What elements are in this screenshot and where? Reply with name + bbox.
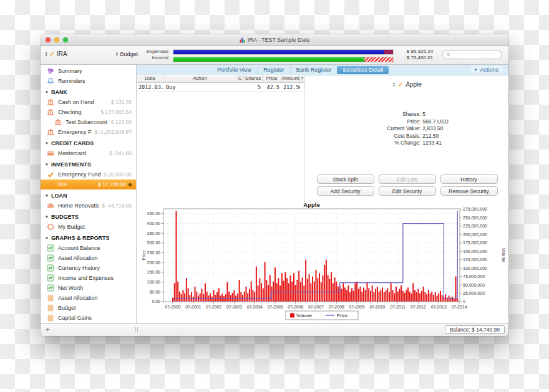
card-icon bbox=[47, 150, 55, 157]
sidebar-item-summary[interactable]: Summary bbox=[41, 66, 136, 76]
svg-text:300.00: 300.00 bbox=[147, 241, 161, 245]
sidebar-section-credit-cards[interactable]: ▼CREDIT CARDS bbox=[41, 138, 136, 148]
stock-split-button[interactable]: Stock Split bbox=[317, 174, 374, 184]
sidebar-item-currency-history[interactable]: Currency History bbox=[41, 263, 136, 273]
sidebar-item-label: Net Worth bbox=[58, 285, 132, 291]
disclosure-triangle-icon: ▼ bbox=[45, 194, 49, 198]
svg-text:250.00: 250.00 bbox=[147, 251, 161, 255]
column-options[interactable]: ▲▼ bbox=[300, 75, 304, 82]
edit-security-button[interactable]: Edit Security bbox=[379, 186, 436, 196]
field-value-cost-basis: 212.50 bbox=[422, 133, 449, 139]
tab-register[interactable]: Register bbox=[257, 66, 290, 74]
svg-text:07-2002: 07-2002 bbox=[206, 305, 221, 309]
tab-securities-detail[interactable]: Securities Detail bbox=[337, 66, 389, 74]
sidebar-item-label: Emergency Fund Roll... bbox=[58, 171, 101, 178]
field-value-current-value: 2,833.50 bbox=[422, 125, 449, 131]
sidebar-item-label: Asset Allocation bbox=[58, 295, 132, 301]
sidebar-item-capital-gains[interactable]: Capital Gains bbox=[41, 313, 136, 323]
close-window-button[interactable] bbox=[46, 37, 51, 42]
window-titlebar[interactable]: IRA - TEST Sample Data bbox=[41, 34, 508, 46]
income-bar-remaining-hatch bbox=[364, 57, 393, 62]
report-icon bbox=[47, 304, 55, 312]
add-account-button[interactable]: + bbox=[46, 325, 50, 334]
sidebar-item-budget[interactable]: Budget bbox=[41, 303, 136, 313]
tab-portfolio-view[interactable]: Portfolio View bbox=[211, 66, 257, 74]
remove-security-button[interactable]: Remove Security bbox=[440, 186, 498, 196]
sidebar-item-income-and-expenses[interactable]: Income and Expenses bbox=[41, 273, 136, 283]
history-button[interactable]: History bbox=[440, 174, 498, 184]
zoom-window-button[interactable] bbox=[63, 37, 68, 42]
sidebar-section-investments[interactable]: ▼INVESTMENTS bbox=[41, 160, 136, 170]
budget-selector[interactable]: ▲▼ Budget bbox=[115, 51, 138, 57]
minimize-window-button[interactable] bbox=[54, 37, 59, 42]
sidebar-splitter-handle[interactable] bbox=[135, 327, 138, 332]
sidebar-item-ira[interactable]: IRA$ 17,700.04 bbox=[41, 179, 136, 189]
sidebar-item-label: Account Balance bbox=[58, 245, 132, 251]
field-label: Cost Basis: bbox=[366, 133, 420, 139]
pie-icon bbox=[47, 223, 55, 231]
sidebar-section-graphs-reports[interactable]: ▼GRAPHS & REPORTS bbox=[41, 233, 136, 243]
sidebar-section-label: GRAPHS & REPORTS bbox=[51, 235, 110, 241]
search-field[interactable] bbox=[442, 50, 502, 59]
account-selector[interactable]: ▲▼ ✓ IRA bbox=[45, 50, 67, 57]
register-row[interactable]: 2012.03.31Buy542.5212.50 bbox=[137, 83, 304, 92]
budget-meter-group: ▲▼ Budget Expenses: Income: bbox=[115, 49, 433, 62]
column-header-c[interactable]: C bbox=[236, 75, 244, 82]
svg-text:07-2004: 07-2004 bbox=[247, 305, 263, 309]
sidebar-item-reminders[interactable]: Reminders bbox=[41, 76, 136, 86]
sidebar-item-label: Reminders bbox=[58, 78, 132, 84]
svg-text:07-2001: 07-2001 bbox=[185, 305, 201, 309]
svg-text:100.00: 100.00 bbox=[147, 280, 161, 284]
sidebar-item-emergency-fund[interactable]: Emergency Fund, ...$ -1,202,049.97 bbox=[41, 127, 136, 137]
edit-lots-button: Edit Lots bbox=[379, 174, 436, 184]
account-balance: $ 17,700.04 bbox=[98, 181, 126, 188]
sidebar-section-budgets[interactable]: ▼BUDGETS bbox=[41, 212, 136, 222]
column-header-price[interactable]: Price bbox=[263, 75, 281, 82]
sidebar-item-label: Currency History bbox=[58, 265, 132, 271]
svg-text:Price: Price bbox=[142, 250, 146, 260]
sidebar-section-label: CREDIT CARDS bbox=[51, 140, 94, 146]
add-security-button[interactable]: Add Security bbox=[317, 186, 374, 196]
sidebar-item-net-worth[interactable]: Net Worth bbox=[41, 283, 136, 293]
sidebar-item-home-renovation-loan[interactable]: Home Renovation Loan$ -44,714.05 bbox=[41, 201, 136, 211]
account-balance: $ -1,202,049.97 bbox=[94, 129, 132, 135]
sidebar-section-bank[interactable]: ▼BANK bbox=[41, 87, 136, 97]
security-selector[interactable]: ▲▼ ✓ Apple bbox=[306, 81, 508, 88]
main-panel: Portfolio ViewRegisterBank RegisterSecur… bbox=[137, 65, 508, 323]
sidebar-item-emergency-fund-roll[interactable]: Emergency Fund Roll...$ 20,000.00 bbox=[41, 170, 136, 179]
stepper-arrows-icon: ▲▼ bbox=[45, 52, 48, 56]
tab-bank-register[interactable]: Bank Register bbox=[290, 66, 338, 74]
sidebar-section-label: BUDGETS bbox=[51, 214, 79, 220]
expenses-label: Expenses: bbox=[141, 49, 170, 54]
price-volume-chart: 0.0050.00100.00150.00200.00250.00300.003… bbox=[137, 202, 508, 325]
income-value: $ 75,400.01 bbox=[397, 55, 433, 60]
svg-text:0.00: 0.00 bbox=[152, 299, 160, 304]
column-sort-icon[interactable]: ▲▼ bbox=[301, 77, 304, 80]
check-icon bbox=[47, 181, 55, 188]
chart-pane: 0.0050.00100.00150.00200.00250.00300.003… bbox=[137, 202, 508, 323]
search-input[interactable] bbox=[452, 51, 498, 59]
column-header-amount[interactable]: Amount bbox=[281, 75, 300, 82]
sidebar-item-label: Home Renovation Loan bbox=[58, 203, 99, 209]
sidebar-item-test-subaccount[interactable]: Test Subaccount€ 123.00 bbox=[41, 117, 136, 127]
app-icon bbox=[240, 37, 245, 43]
svg-text:50.00: 50.00 bbox=[149, 290, 160, 294]
sidebar-item-my-budget[interactable]: My Budget bbox=[41, 222, 136, 232]
disclosure-triangle-icon: ▼ bbox=[45, 90, 49, 94]
column-header-shares[interactable]: Shares bbox=[244, 75, 263, 82]
sidebar-item-cash-on-hand[interactable]: Cash on Hand$ 131.35 bbox=[41, 97, 136, 107]
actions-button[interactable]: ▼ Actions bbox=[470, 66, 503, 74]
column-header-date[interactable]: Date bbox=[137, 75, 164, 82]
open-indicator-dot bbox=[129, 183, 132, 186]
sidebar-item-mastercard[interactable]: Mastercard$ -341.60 bbox=[41, 148, 136, 158]
svg-text:400.00: 400.00 bbox=[147, 221, 161, 226]
budget-bar-values: $ 85,325.24 $ 75,400.01 bbox=[397, 49, 433, 60]
disclosure-triangle-icon: ▼ bbox=[45, 215, 49, 219]
sidebar-section-loan[interactable]: ▼LOAN bbox=[41, 191, 136, 201]
sidebar-item-checking[interactable]: Checking$ 137,083.54 bbox=[41, 107, 136, 117]
sidebar-item-asset-allocation[interactable]: Asset Allocation bbox=[41, 293, 136, 303]
account-balance: $ 137,083.54 bbox=[100, 109, 132, 115]
sidebar-item-account-balance[interactable]: Account Balance bbox=[41, 243, 136, 253]
sidebar-item-asset-allocation[interactable]: Asset Allocation bbox=[41, 253, 136, 263]
column-header-action[interactable]: Action bbox=[164, 75, 236, 82]
